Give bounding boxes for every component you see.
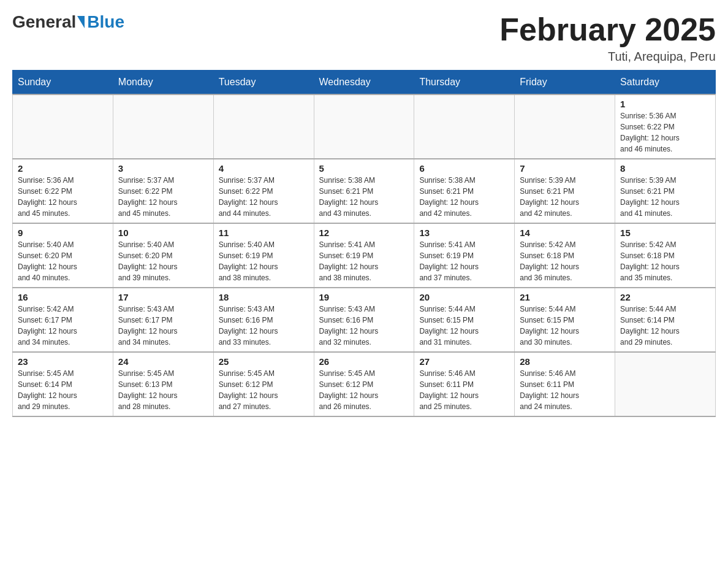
weekday-header-row: SundayMondayTuesdayWednesdayThursdayFrid… <box>13 71 716 95</box>
day-info: Sunrise: 5:44 AM Sunset: 6:15 PM Dayligh… <box>419 304 509 348</box>
day-info: Sunrise: 5:45 AM Sunset: 6:13 PM Dayligh… <box>118 368 208 412</box>
day-info: Sunrise: 5:44 AM Sunset: 6:15 PM Dayligh… <box>520 304 610 348</box>
day-number: 19 <box>319 292 409 302</box>
day-info: Sunrise: 5:36 AM Sunset: 6:22 PM Dayligh… <box>620 110 710 155</box>
day-number: 15 <box>620 228 710 238</box>
calendar-cell <box>414 94 515 159</box>
calendar-cell: 17Sunrise: 5:43 AM Sunset: 6:17 PM Dayli… <box>113 288 213 352</box>
day-number: 3 <box>118 163 208 174</box>
weekday-header-monday: Monday <box>113 71 213 95</box>
logo-blue-text: Blue <box>87 12 124 32</box>
day-number: 26 <box>319 356 409 367</box>
calendar-cell: 28Sunrise: 5:46 AM Sunset: 6:11 PM Dayli… <box>515 352 615 416</box>
calendar-cell: 14Sunrise: 5:42 AM Sunset: 6:18 PM Dayli… <box>515 223 615 288</box>
day-number: 1 <box>620 99 710 109</box>
calendar-cell: 12Sunrise: 5:41 AM Sunset: 6:19 PM Dayli… <box>314 223 414 288</box>
day-number: 17 <box>118 292 208 302</box>
day-number: 5 <box>319 163 409 174</box>
day-info: Sunrise: 5:45 AM Sunset: 6:12 PM Dayligh… <box>219 368 309 412</box>
day-info: Sunrise: 5:42 AM Sunset: 6:17 PM Dayligh… <box>18 304 108 348</box>
weekday-header-thursday: Thursday <box>414 71 515 95</box>
day-number: 25 <box>219 356 309 367</box>
day-info: Sunrise: 5:42 AM Sunset: 6:18 PM Dayligh… <box>620 239 710 283</box>
day-info: Sunrise: 5:42 AM Sunset: 6:18 PM Dayligh… <box>520 239 610 283</box>
calendar-week-row: 2Sunrise: 5:36 AM Sunset: 6:22 PM Daylig… <box>13 159 716 223</box>
day-info: Sunrise: 5:40 AM Sunset: 6:19 PM Dayligh… <box>219 239 309 283</box>
calendar-cell <box>13 94 113 159</box>
day-info: Sunrise: 5:37 AM Sunset: 6:22 PM Dayligh… <box>118 175 208 219</box>
day-info: Sunrise: 5:40 AM Sunset: 6:20 PM Dayligh… <box>18 239 108 283</box>
calendar-cell: 7Sunrise: 5:39 AM Sunset: 6:21 PM Daylig… <box>515 159 615 223</box>
day-info: Sunrise: 5:43 AM Sunset: 6:17 PM Dayligh… <box>118 304 208 348</box>
calendar-cell: 1Sunrise: 5:36 AM Sunset: 6:22 PM Daylig… <box>615 94 716 159</box>
day-number: 18 <box>219 292 309 302</box>
day-number: 28 <box>520 356 610 367</box>
calendar-cell: 13Sunrise: 5:41 AM Sunset: 6:19 PM Dayli… <box>414 223 515 288</box>
day-info: Sunrise: 5:40 AM Sunset: 6:20 PM Dayligh… <box>118 239 208 283</box>
month-title: February 2025 <box>499 12 716 47</box>
day-number: 13 <box>419 228 509 238</box>
day-number: 10 <box>118 228 208 238</box>
day-number: 16 <box>18 292 108 302</box>
weekday-header-saturday: Saturday <box>615 71 716 95</box>
calendar-week-row: 9Sunrise: 5:40 AM Sunset: 6:20 PM Daylig… <box>13 223 716 288</box>
calendar-week-row: 1Sunrise: 5:36 AM Sunset: 6:22 PM Daylig… <box>13 94 716 159</box>
calendar-cell: 24Sunrise: 5:45 AM Sunset: 6:13 PM Dayli… <box>113 352 213 416</box>
weekday-header-sunday: Sunday <box>13 71 113 95</box>
calendar-cell: 20Sunrise: 5:44 AM Sunset: 6:15 PM Dayli… <box>414 288 515 352</box>
calendar-cell: 11Sunrise: 5:40 AM Sunset: 6:19 PM Dayli… <box>213 223 314 288</box>
day-number: 6 <box>419 163 509 174</box>
day-number: 23 <box>18 356 108 367</box>
day-number: 24 <box>118 356 208 367</box>
weekday-header-tuesday: Tuesday <box>213 71 314 95</box>
calendar-cell: 18Sunrise: 5:43 AM Sunset: 6:16 PM Dayli… <box>213 288 314 352</box>
weekday-header-wednesday: Wednesday <box>314 71 414 95</box>
calendar-cell <box>515 94 615 159</box>
calendar-table: SundayMondayTuesdayWednesdayThursdayFrid… <box>12 70 716 417</box>
day-number: 4 <box>219 163 309 174</box>
day-number: 22 <box>620 292 710 302</box>
day-info: Sunrise: 5:39 AM Sunset: 6:21 PM Dayligh… <box>520 175 610 219</box>
day-info: Sunrise: 5:38 AM Sunset: 6:21 PM Dayligh… <box>419 175 509 219</box>
day-number: 9 <box>18 228 108 238</box>
calendar-cell: 15Sunrise: 5:42 AM Sunset: 6:18 PM Dayli… <box>615 223 716 288</box>
day-info: Sunrise: 5:41 AM Sunset: 6:19 PM Dayligh… <box>319 239 409 283</box>
logo-general-text: General <box>12 12 76 32</box>
day-number: 14 <box>520 228 610 238</box>
calendar-cell <box>314 94 414 159</box>
calendar-cell: 27Sunrise: 5:46 AM Sunset: 6:11 PM Dayli… <box>414 352 515 416</box>
calendar-cell: 26Sunrise: 5:45 AM Sunset: 6:12 PM Dayli… <box>314 352 414 416</box>
day-number: 21 <box>520 292 610 302</box>
calendar-cell <box>213 94 314 159</box>
day-number: 12 <box>319 228 409 238</box>
day-info: Sunrise: 5:43 AM Sunset: 6:16 PM Dayligh… <box>219 304 309 348</box>
day-info: Sunrise: 5:36 AM Sunset: 6:22 PM Dayligh… <box>18 175 108 219</box>
day-info: Sunrise: 5:37 AM Sunset: 6:22 PM Dayligh… <box>219 175 309 219</box>
day-info: Sunrise: 5:38 AM Sunset: 6:21 PM Dayligh… <box>319 175 409 219</box>
calendar-cell: 22Sunrise: 5:44 AM Sunset: 6:14 PM Dayli… <box>615 288 716 352</box>
calendar-cell: 4Sunrise: 5:37 AM Sunset: 6:22 PM Daylig… <box>213 159 314 223</box>
calendar-cell: 6Sunrise: 5:38 AM Sunset: 6:21 PM Daylig… <box>414 159 515 223</box>
calendar-cell: 8Sunrise: 5:39 AM Sunset: 6:21 PM Daylig… <box>615 159 716 223</box>
calendar-cell: 9Sunrise: 5:40 AM Sunset: 6:20 PM Daylig… <box>13 223 113 288</box>
day-number: 8 <box>620 163 710 174</box>
day-info: Sunrise: 5:44 AM Sunset: 6:14 PM Dayligh… <box>620 304 710 348</box>
day-info: Sunrise: 5:39 AM Sunset: 6:21 PM Dayligh… <box>620 175 710 219</box>
day-number: 2 <box>18 163 108 174</box>
day-number: 11 <box>219 228 309 238</box>
calendar-cell: 5Sunrise: 5:38 AM Sunset: 6:21 PM Daylig… <box>314 159 414 223</box>
day-info: Sunrise: 5:45 AM Sunset: 6:14 PM Dayligh… <box>18 368 108 412</box>
calendar-cell: 19Sunrise: 5:43 AM Sunset: 6:16 PM Dayli… <box>314 288 414 352</box>
title-section: February 2025 Tuti, Arequipa, Peru <box>499 12 716 64</box>
calendar-cell: 23Sunrise: 5:45 AM Sunset: 6:14 PM Dayli… <box>13 352 113 416</box>
page-header: General Blue February 2025 Tuti, Arequip… <box>12 12 716 64</box>
calendar-cell: 21Sunrise: 5:44 AM Sunset: 6:15 PM Dayli… <box>515 288 615 352</box>
location-text: Tuti, Arequipa, Peru <box>499 50 716 64</box>
logo: General Blue <box>12 12 124 32</box>
calendar-cell <box>615 352 716 416</box>
day-number: 7 <box>520 163 610 174</box>
logo-triangle-icon <box>77 16 85 28</box>
weekday-header-friday: Friday <box>515 71 615 95</box>
day-info: Sunrise: 5:41 AM Sunset: 6:19 PM Dayligh… <box>419 239 509 283</box>
calendar-cell: 25Sunrise: 5:45 AM Sunset: 6:12 PM Dayli… <box>213 352 314 416</box>
